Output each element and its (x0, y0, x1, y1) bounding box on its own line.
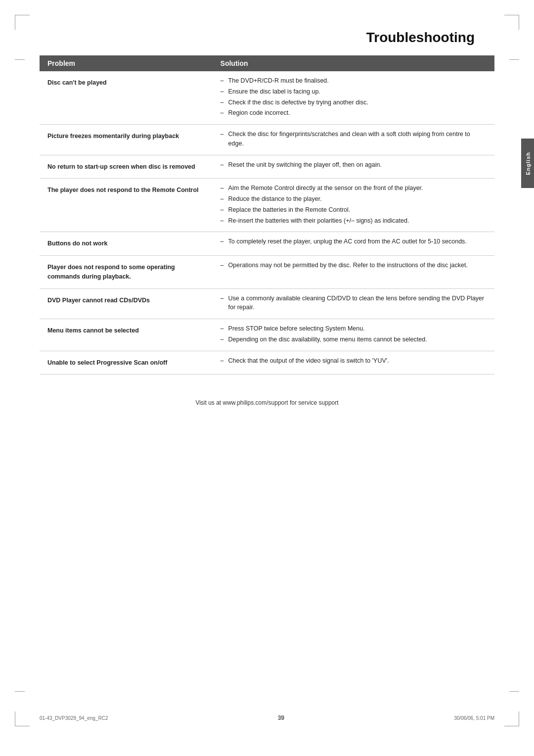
troubleshoot-table: Problem Solution Disc can't be playedThe… (40, 55, 494, 375)
solution-item: Operations may not be permitted by the d… (221, 261, 487, 270)
page-wrapper: English Troubleshooting Problem Solution… (0, 0, 534, 756)
solution-item: Depending on the disc availability, some… (221, 335, 487, 344)
column-header-solution: Solution (213, 55, 494, 71)
problem-cell: The player does not respond to the Remot… (40, 179, 213, 232)
solution-item: Region code incorrect. (221, 108, 487, 118)
page-footer: 01-43_DVP3028_94_eng_RC2 39 30/06/06, 5:… (40, 714, 494, 721)
problem-cell: Player does not respond to some operatin… (40, 256, 213, 289)
footer-date: 30/06/06, 5:01 PM (454, 715, 494, 721)
solution-cell: Press STOP twice before selecting System… (213, 319, 494, 351)
table-row: Buttons do not workTo completely reset t… (40, 232, 494, 256)
page-title: Troubleshooting (40, 30, 494, 46)
table-row: The player does not respond to the Remot… (40, 179, 494, 232)
corner-mark-bottom-left (15, 711, 30, 726)
solution-item: Re-insert the batteries with their polar… (221, 216, 487, 226)
side-mark-right-top (509, 59, 519, 60)
solution-cell: To completely reset the player, unplug t… (213, 232, 494, 256)
language-tab-label: English (525, 152, 531, 175)
table-row: Picture freezes momentarily during playb… (40, 125, 494, 155)
solution-item: Check that the output of the video signa… (221, 356, 487, 366)
problem-cell: Menu items cannot be selected (40, 319, 213, 351)
solution-item: Reset the unit by switching the player o… (221, 160, 487, 170)
solution-item: The DVD+R/CD-R must be finalised. (221, 76, 487, 86)
problem-cell: Disc can't be played (40, 71, 213, 125)
solution-item: To completely reset the player, unplug t… (221, 237, 487, 246)
language-tab: English (521, 139, 534, 188)
side-mark-left-top (15, 59, 25, 60)
solution-cell: The DVD+R/CD-R must be finalised.Ensure … (213, 71, 494, 125)
table-row: Unable to select Progressive Scan on/off… (40, 351, 494, 375)
table-row: Player does not respond to some operatin… (40, 256, 494, 289)
solution-item: Replace the batteries in the Remote Cont… (221, 205, 487, 215)
solution-cell: Aim the Remote Control directly at the s… (213, 179, 494, 232)
solution-item: Check the disc for fingerprints/scratche… (221, 130, 487, 148)
table-row: DVD Player cannot read CDs/DVDsUse a com… (40, 288, 494, 319)
solution-cell: Use a commonly available cleaning CD/DVD… (213, 288, 494, 319)
table-row: No return to start-up screen when disc i… (40, 155, 494, 179)
column-header-problem: Problem (40, 55, 213, 71)
problem-cell: No return to start-up screen when disc i… (40, 155, 213, 179)
table-row: Disc can't be playedThe DVD+R/CD-R must … (40, 71, 494, 125)
footer-page-number: 39 (278, 714, 284, 721)
solution-cell: Check that the output of the video signa… (213, 351, 494, 375)
solution-cell: Operations may not be permitted by the d… (213, 256, 494, 289)
footer-support-text: Visit us at www.philips.com/support for … (40, 394, 494, 406)
solution-item: Reduce the distance to the player. (221, 194, 487, 204)
solution-item: Check if the disc is defective by trying… (221, 98, 487, 107)
corner-mark-bottom-right (504, 711, 519, 726)
problem-cell: Unable to select Progressive Scan on/off (40, 351, 213, 375)
problem-cell: Buttons do not work (40, 232, 213, 256)
table-row: Menu items cannot be selectedPress STOP … (40, 319, 494, 351)
solution-cell: Check the disc for fingerprints/scratche… (213, 125, 494, 155)
problem-cell: DVD Player cannot read CDs/DVDs (40, 288, 213, 319)
corner-mark-top-left (15, 15, 30, 30)
table-header-row: Problem Solution (40, 55, 494, 71)
solution-item: Ensure the disc label is facing up. (221, 87, 487, 96)
problem-cell: Picture freezes momentarily during playb… (40, 125, 213, 155)
footer-doc-ref: 01-43_DVP3028_94_eng_RC2 (40, 715, 108, 721)
corner-mark-top-right (504, 15, 519, 30)
solution-item: Aim the Remote Control directly at the s… (221, 184, 487, 193)
solution-item: Use a commonly available cleaning CD/DVD… (221, 294, 487, 313)
solution-cell: Reset the unit by switching the player o… (213, 155, 494, 179)
solution-item: Press STOP twice before selecting System… (221, 324, 487, 333)
side-mark-left-bottom (15, 691, 25, 692)
side-mark-right-bottom (509, 691, 519, 692)
